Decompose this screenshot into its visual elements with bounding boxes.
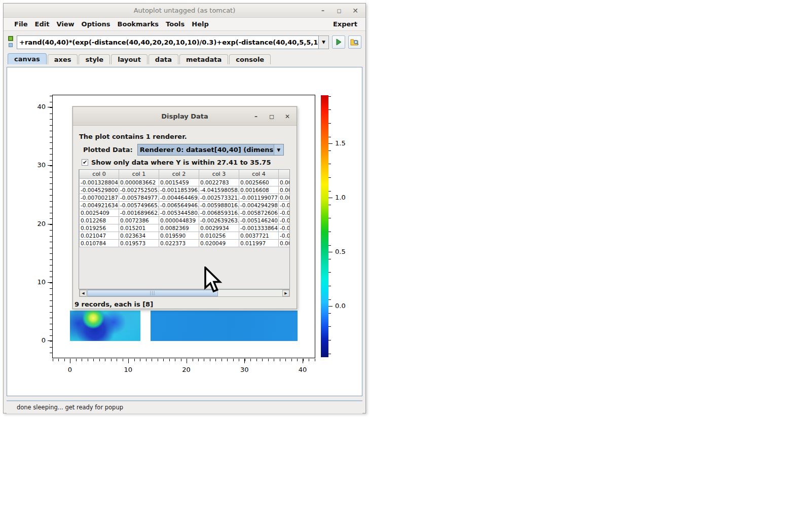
colorbar-minor-tick (328, 164, 331, 164)
x-axis-major-tick (187, 359, 187, 363)
tab-data[interactable]: data (149, 54, 178, 64)
menu-item-options[interactable]: Options (78, 20, 114, 28)
dialog-close-icon[interactable]: ✕ (283, 112, 291, 121)
minimize-icon[interactable]: – (319, 7, 327, 15)
table-header-col-3[interactable]: col 3 (199, 170, 239, 178)
datasource-status-icon (8, 35, 14, 49)
scrollbar-thumb[interactable]: ||| (87, 290, 218, 296)
table-header-col-0[interactable]: col 0 (80, 170, 119, 178)
menu-item-view[interactable]: View (53, 20, 78, 28)
scroll-right-icon[interactable]: ▶ (282, 290, 289, 296)
table-row[interactable]: 0.0025409-0.001689662...-0.005344580...-… (80, 209, 290, 216)
scrollbar-track[interactable]: ||| (87, 290, 282, 296)
table-cell: 0.000083662 (119, 178, 159, 186)
filter-checkbox-label: Show only data where Y is within 27.41 t… (91, 159, 271, 166)
table-cell: -4.041598058... (199, 186, 239, 194)
status-bar: done sleeping... get ready for popup (7, 400, 362, 413)
colorbar-minor-tick (328, 245, 331, 246)
x-axis-tick-label: 0 (60, 366, 80, 373)
tab-layout[interactable]: layout (111, 54, 148, 64)
colorbar-minor-tick (328, 313, 331, 314)
tab-console[interactable]: console (229, 54, 271, 64)
table-cell: 0.021047 (80, 232, 119, 239)
tab-style[interactable]: style (79, 54, 110, 64)
table-row[interactable]: -0.007002187...-0.005784977...-0.0044644… (80, 194, 290, 201)
colorbar-minor-tick (328, 218, 331, 218)
colorbar-minor-tick (328, 150, 331, 151)
colorbar-tick-label: 0.0 (335, 302, 346, 310)
menu-item-bookmarks[interactable]: Bookmarks (114, 20, 163, 28)
y-axis-tick-label: 10 (27, 278, 46, 286)
dialog-maximize-icon[interactable]: ◻ (268, 112, 276, 121)
window-controls: – ◻ ✕ (319, 4, 359, 18)
table-header-col-5[interactable] (279, 170, 290, 178)
table-header-col-1[interactable]: col 1 (119, 170, 159, 178)
uri-input[interactable]: +rand(40,40)*(exp(-distance(40,40,20,20,… (17, 35, 319, 49)
table-row[interactable]: 0.0192560.0152010.00823690.0029934-0.001… (80, 224, 290, 232)
maximize-icon[interactable]: ◻ (335, 7, 343, 15)
table-header-col-2[interactable]: col 2 (159, 170, 199, 178)
colorbar-minor-tick (328, 109, 331, 110)
table-cell: -0.004464469... (159, 194, 199, 201)
colorbar-minor-tick (328, 272, 331, 273)
close-icon[interactable]: ✕ (351, 7, 359, 15)
table-row[interactable]: -0.004529800...-0.002752505...-0.0011853… (80, 186, 290, 194)
table-cell: 0.00 (279, 178, 290, 186)
tab-canvas[interactable]: canvas (8, 53, 47, 64)
table-cell: -0.0 (279, 232, 290, 239)
table-cell: -0.006859316... (199, 209, 239, 216)
menu-item-tools[interactable]: Tools (162, 20, 188, 28)
table-row[interactable]: -0.004921634...-0.005749665...-0.0065649… (80, 201, 290, 209)
table-row[interactable]: 0.0210470.0236340.0195900.0102560.003772… (80, 232, 290, 239)
table-body: -0.001328804...0.0000836620.00154590.002… (80, 178, 290, 247)
heatmap-strip-left (70, 311, 140, 341)
menu-expert[interactable]: Expert (333, 20, 358, 28)
x-axis-tick-label: 10 (118, 366, 138, 373)
blue-status-square-icon (9, 43, 13, 47)
table-cell: 0.00 (279, 194, 290, 201)
table-row[interactable]: 0.0107840.0195730.0223730.0200490.011997… (80, 239, 290, 247)
table-cell: 0.0082369 (159, 224, 199, 232)
table-cell: -0.0 (279, 216, 290, 224)
table-cell: -0.004294298... (239, 201, 279, 209)
y-axis-major-tick (48, 224, 52, 224)
table-cell: -0.001689662... (119, 209, 159, 216)
window-title: Autoplot untagged (as tomcat) (134, 7, 236, 14)
menu-item-file[interactable]: File (11, 20, 31, 28)
dialog-controls: – ◻ ✕ (252, 107, 291, 126)
horizontal-scrollbar[interactable]: ◀ ||| ▶ (79, 289, 290, 297)
uri-bar-row: +rand(40,40)*(exp(-distance(40,40,20,20,… (4, 31, 365, 53)
x-axis-minor-ticks (53, 359, 315, 361)
uri-dropdown-arrow-icon[interactable]: ▼ (319, 35, 329, 49)
table-cell: 0.015201 (119, 224, 159, 232)
data-table-scrollpane[interactable]: col 0col 1col 2col 3col 4 -0.001328804..… (79, 169, 290, 289)
y-axis-major-tick (48, 107, 52, 107)
menu-item-edit[interactable]: Edit (31, 20, 53, 28)
table-header-col-4[interactable]: col 4 (239, 170, 279, 178)
dialog-titlebar[interactable]: Display Data – ◻ ✕ (73, 107, 297, 126)
dialog-title: Display Data (161, 112, 208, 120)
tab-metadata[interactable]: metadata (179, 54, 228, 64)
folder-inspect-icon (350, 38, 359, 46)
filter-checkbox[interactable]: ✔ (82, 159, 88, 166)
table-cell: -0.007002187... (80, 194, 119, 201)
dialog-minimize-icon[interactable]: – (252, 112, 260, 121)
combo-dropdown-arrow-icon[interactable]: ▼ (274, 144, 283, 155)
tab-axes[interactable]: axes (48, 54, 78, 64)
table-cell: -0.005749665... (119, 201, 159, 209)
table-row[interactable]: 0.0122680.00723860.000044839-0.002639263… (80, 216, 290, 224)
colorbar[interactable] (321, 95, 328, 357)
renderer-count-text: The plot contains 1 renderer. (79, 133, 187, 140)
go-play-button[interactable] (332, 35, 345, 49)
table-cell: 0.0022783 (199, 178, 239, 186)
colorbar-tick-label: 1.5 (335, 139, 346, 147)
menu-item-help[interactable]: Help (188, 20, 212, 28)
inspect-file-button[interactable] (348, 35, 361, 49)
scrollbar-grip-icon: ||| (150, 291, 155, 295)
renderer-select[interactable]: Renderer 0: dataset[40,40] (dimension...… (137, 144, 284, 156)
table-row[interactable]: -0.001328804...0.0000836620.00154590.002… (80, 178, 290, 186)
mouse-cursor-icon (203, 267, 223, 294)
colorbar-minor-tick (328, 177, 331, 178)
scroll-left-icon[interactable]: ◀ (80, 290, 87, 296)
window-titlebar[interactable]: Autoplot untagged (as tomcat) – ◻ ✕ (4, 4, 365, 18)
